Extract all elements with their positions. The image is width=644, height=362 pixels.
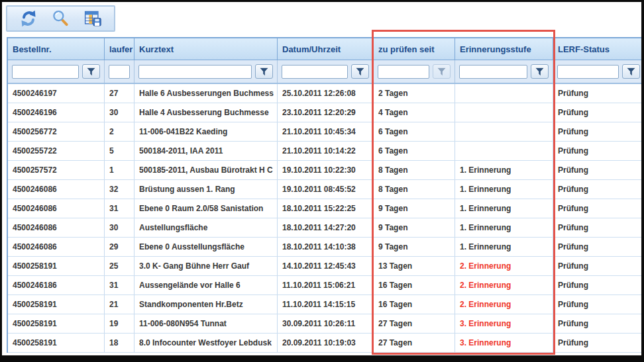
cell-erinnerungsstufe: 2. Erinnerung (455, 295, 553, 314)
cell-lerf_status: Prüfung (553, 84, 644, 103)
column-header-bestellnr[interactable]: Bestellnr. (8, 38, 105, 60)
cell-bestellnr: 4500255722 (8, 142, 105, 160)
cell-zu_pruefen_seit: 16 Tagen (374, 276, 455, 294)
cell-lerf_status: Prüfung (553, 161, 644, 179)
table-row[interactable]: 450024608630Austellungsfläche18.10.2011 … (8, 218, 643, 238)
cell-lerf_status: Prüfung (553, 218, 644, 237)
table-row[interactable]: 450025819121Standkomponenten Hr.Betz11.1… (8, 295, 643, 314)
cell-bestellnr: 4500258191 (8, 334, 105, 352)
cell-zu_pruefen_seit: 27 Tagen (374, 314, 455, 333)
orders-table: Bestellnr.lauferKurztextDatum/Uhrzeitzu … (7, 37, 643, 353)
cell-kurztext: Ebene 0 Raum 2.0/58 Sanistation (134, 199, 278, 218)
filter-cell-lerf_status (553, 60, 644, 83)
filter-funnel-icon (260, 68, 268, 76)
refresh-button[interactable] (18, 8, 39, 29)
search-icon (51, 9, 70, 28)
table-row[interactable]: 4500258191188.0 Infocounter Westfoyer Le… (8, 334, 643, 353)
table-filter-row (8, 60, 643, 84)
filter-funnel-icon (627, 68, 635, 76)
cell-datum: 19.10.2011 10:22:30 (278, 161, 374, 179)
cell-lerf_status: Prüfung (553, 103, 644, 122)
search-button[interactable] (50, 8, 71, 29)
table-row[interactable]: 450024618631Aussengelände vor Halle 611.… (8, 276, 643, 295)
cell-bestellnr: 4500258191 (8, 257, 105, 275)
cell-erinnerungsstufe: 1. Erinnerung (455, 161, 553, 179)
cell-bestellnr: 4500257572 (8, 161, 105, 179)
cell-zu_pruefen_seit: 8 Tagen (374, 161, 455, 179)
column-header-erinnerungsstufe[interactable]: Erinnerungsstufe (455, 38, 553, 60)
filter-funnel-icon (87, 68, 95, 76)
cell-datum: 11.10.2011 15:06:21 (278, 276, 374, 294)
toolbar (6, 5, 115, 32)
filter-input-zu_pruefen_seit[interactable] (378, 65, 429, 79)
cell-bestellnr: 4500258191 (8, 314, 105, 333)
filter-input-kurztext[interactable] (138, 65, 252, 79)
cell-erinnerungsstufe: 1. Erinnerung (455, 199, 553, 218)
filter-input-laufer[interactable] (109, 65, 130, 79)
filter-input-erinnerungsstufe[interactable] (459, 65, 527, 79)
table-row[interactable]: 450024608629Ebene 0 Ausstellungsfläche18… (8, 238, 643, 257)
cell-kurztext: Ebene 0 Ausstellungsfläche (134, 238, 278, 256)
cell-laufer: 31 (105, 276, 134, 294)
table-row[interactable]: 450024608632Brüstung aussen 1. Rang19.10… (8, 180, 643, 199)
cell-datum: 14.10.2011 12:45:43 (278, 257, 374, 275)
table-save-icon (83, 9, 102, 28)
cell-kurztext: 500185-2011, Ausbau Bürotrakt H C (134, 161, 278, 179)
cell-erinnerungsstufe (455, 103, 553, 122)
cell-laufer: 5 (105, 142, 134, 160)
cell-zu_pruefen_seit: 8 Tagen (374, 180, 455, 199)
filter-cell-zu_pruefen_seit (374, 60, 455, 83)
table-row[interactable]: 45002581911911-006-080N954 Tunnat30.09.2… (8, 314, 643, 334)
cell-laufer: 25 (105, 257, 134, 275)
table-row[interactable]: 450024619630Halle 4 Ausbesserung Buchmes… (8, 103, 643, 122)
table-row[interactable]: 450024619727Halle 6 Ausbesserungen Buchm… (8, 84, 643, 103)
filter-input-datum[interactable] (282, 65, 348, 79)
cell-laufer: 21 (105, 295, 134, 314)
cell-datum: 25.10.2011 12:26:08 (278, 84, 374, 103)
cell-erinnerungsstufe (455, 84, 553, 103)
cell-kurztext: 11-006-041B22 Kaeding (134, 122, 278, 141)
filter-input-bestellnr[interactable] (12, 65, 79, 79)
cell-datum: 21.10.2011 10:45:34 (278, 122, 374, 141)
column-header-zu_pruefen_seit[interactable]: zu prüfen seit (374, 38, 455, 60)
cell-lerf_status: Prüfung (553, 238, 644, 256)
cell-bestellnr: 4500246186 (8, 276, 105, 294)
column-header-datum[interactable]: Datum/Uhrzeit (278, 38, 374, 60)
filter-button-bestellnr[interactable] (82, 64, 100, 79)
table-header-row: Bestellnr.lauferKurztextDatum/Uhrzeitzu … (8, 38, 643, 60)
cell-zu_pruefen_seit: 6 Tagen (374, 122, 455, 141)
column-header-kurztext[interactable]: Kurztext (134, 38, 278, 60)
column-header-lerf_status[interactable]: LERF-Status (553, 38, 644, 60)
cell-zu_pruefen_seit: 9 Tagen (374, 238, 455, 256)
filter-cell-laufer (105, 60, 134, 83)
cell-bestellnr: 4500256772 (8, 122, 105, 141)
cell-lerf_status: Prüfung (553, 122, 644, 141)
table-row[interactable]: 45002575721500185-2011, Ausbau Bürotrakt… (8, 161, 643, 180)
export-table-button[interactable] (82, 8, 103, 29)
table-row[interactable]: 4500256772211-006-041B22 Kaeding21.10.20… (8, 122, 643, 142)
cell-zu_pruefen_seit: 16 Tagen (374, 295, 455, 314)
cell-laufer: 32 (105, 180, 134, 199)
filter-button-datum[interactable] (351, 64, 369, 79)
cell-lerf_status: Prüfung (553, 199, 644, 218)
cell-bestellnr: 4500246197 (8, 84, 105, 103)
filter-button-zu_pruefen_seit[interactable] (433, 64, 451, 79)
cell-datum: 11.10.2011 14:15:15 (278, 295, 374, 314)
filter-button-kurztext[interactable] (255, 64, 273, 79)
table-row[interactable]: 4500258191253.0 K- Gang Bühne Herr Gauf1… (8, 257, 643, 276)
cell-laufer: 1 (105, 161, 134, 179)
cell-zu_pruefen_seit: 27 Tagen (374, 334, 455, 352)
column-header-laufer[interactable]: laufer (105, 38, 134, 60)
table-row[interactable]: 450024608631Ebene 0 Raum 2.0/58 Sanistat… (8, 199, 643, 218)
filter-input-lerf_status[interactable] (557, 65, 619, 79)
cell-kurztext: Halle 4 Ausbesserung Buchmesse (134, 103, 278, 122)
cell-lerf_status: Prüfung (553, 180, 644, 199)
cell-bestellnr: 4500246086 (8, 218, 105, 237)
cell-erinnerungsstufe: 1. Erinnerung (455, 218, 553, 237)
cell-kurztext: Austellungsfläche (134, 218, 278, 237)
filter-button-lerf_status[interactable] (622, 64, 640, 79)
table-row[interactable]: 45002557225500184-2011, IAA 201121.10.20… (8, 142, 643, 161)
filter-cell-bestellnr (8, 60, 105, 83)
cell-lerf_status: Prüfung (553, 276, 644, 294)
filter-button-erinnerungsstufe[interactable] (531, 64, 549, 79)
